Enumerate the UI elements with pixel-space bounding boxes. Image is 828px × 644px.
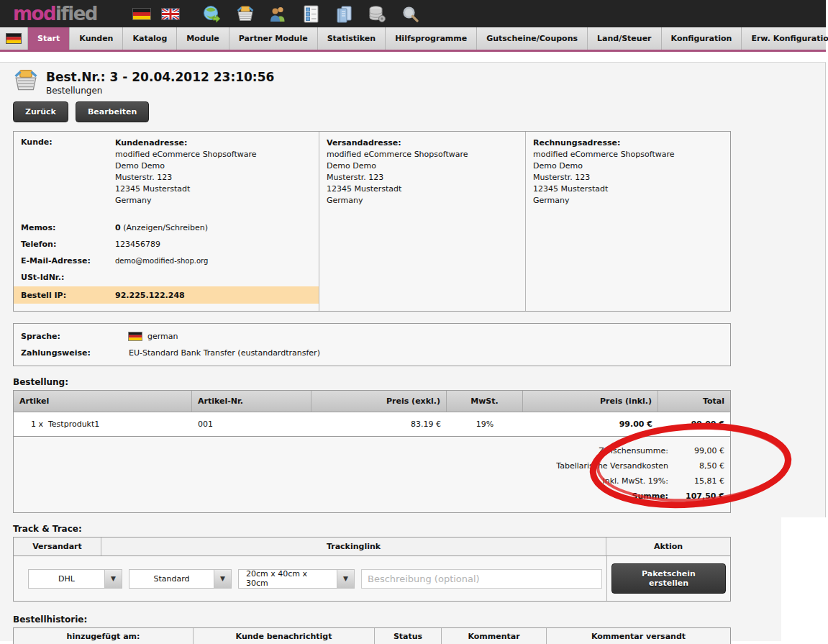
- page-title: Best.Nr.: 3 - 20.04.2012 23:10:56: [46, 70, 274, 84]
- vat-line: inkl. MwSt. 19%: 15,81 €: [19, 473, 724, 489]
- tab-module[interactable]: Module: [177, 27, 229, 50]
- col-trackinglink: Trackinglink: [101, 538, 606, 555]
- tab-label: Katalog: [132, 34, 167, 43]
- email-value[interactable]: demo@modified-shop.org: [115, 257, 208, 265]
- col-kommentar-versandt: Kommentar versandt: [547, 628, 730, 644]
- service-level-select[interactable]: Standard ▼: [129, 569, 232, 589]
- create-shipping-label-button[interactable]: Paketschein erstellen: [611, 563, 726, 594]
- customer-address-title: Kundenadresse:: [115, 137, 257, 149]
- address-line: Musterstr. 123: [327, 172, 518, 183]
- main-navigation: Start Kunden Katalog Module Partner Modu…: [0, 27, 826, 52]
- telefon-label: Telefon:: [21, 240, 115, 249]
- order-totals: Zwischensumme: 99,00 € Tabellarische Ver…: [14, 436, 730, 512]
- screenshot-white-patch: [781, 517, 828, 644]
- order-detail-screen: modified: [0, 0, 828, 644]
- language-label: Sprache:: [21, 332, 129, 341]
- address-line: modified eCommerce Shopsoftware: [327, 149, 518, 160]
- payment-value: EU-Standard Bank Transfer (eustandardtra…: [129, 348, 320, 358]
- tab-kunden[interactable]: Kunden: [70, 27, 123, 50]
- search-icon[interactable]: [401, 4, 421, 24]
- uk-flag-icon[interactable]: [160, 4, 181, 24]
- shipping-cost-line: Tabellarische Versandkosten 8,50 €: [19, 458, 724, 473]
- memos-link[interactable]: (Anzeigen/Schreiben): [123, 223, 208, 232]
- tracking-description-input[interactable]: [361, 569, 602, 589]
- tab-label: Statistiken: [327, 34, 376, 43]
- tab-katalog[interactable]: Katalog: [123, 27, 177, 50]
- tab-label: Hilfsprogramme: [395, 34, 467, 43]
- language-row: Sprache: german: [21, 328, 723, 345]
- tab-label: Partner Module: [239, 34, 308, 43]
- tab-konfiguration[interactable]: Konfiguration: [662, 27, 742, 50]
- globe-icon[interactable]: [202, 4, 222, 24]
- tab-hilfsprogramme[interactable]: Hilfsprogramme: [386, 27, 477, 50]
- vat-value: 15,81 €: [668, 473, 724, 489]
- modules-icon[interactable]: [301, 4, 322, 24]
- address-line: 12345 Musterstadt: [115, 183, 257, 195]
- tracking-table-header: Versandart Trackinglink Aktion: [14, 538, 730, 556]
- address-line: 12345 Musterstadt: [533, 183, 723, 195]
- payment-row: Zahlungsweise: EU-Standard Bank Transfer…: [21, 345, 723, 361]
- item-name: 1 x Testprodukt1: [14, 412, 192, 436]
- customer-panel: Kunde: Kundenadresse: modified eCommerce…: [13, 131, 731, 312]
- modified-logo[interactable]: modified: [13, 0, 97, 27]
- tab-label: Start: [37, 34, 60, 43]
- tab-statistiken[interactable]: Statistiken: [318, 27, 386, 50]
- tab-erw-konfiguration[interactable]: Erw. Konfiguration: [742, 27, 828, 50]
- telefon-value: 123456789: [115, 240, 160, 249]
- address-line: Germany: [327, 195, 518, 207]
- language-value: german: [147, 332, 178, 341]
- history-section-heading: Bestellhistorie:: [13, 614, 825, 625]
- tab-land-steuer[interactable]: Land/Steuer: [588, 27, 662, 50]
- nav-divider: [0, 52, 826, 63]
- edit-button[interactable]: Bearbeiten: [76, 101, 149, 122]
- address-line: Germany: [115, 195, 257, 207]
- logo-prefix: mod: [13, 3, 55, 24]
- address-line: Musterstr. 123: [115, 172, 257, 183]
- basket-icon[interactable]: [235, 4, 255, 24]
- order-ip-row: Bestell IP: 92.225.122.248: [14, 286, 319, 304]
- nav-flag-tab[interactable]: [0, 27, 28, 50]
- docs-icon[interactable]: [335, 4, 355, 24]
- col-artikel: Artikel: [14, 391, 192, 412]
- address-line: Musterstr. 123: [533, 172, 723, 183]
- subtotal-label: Zwischensumme:: [599, 443, 668, 458]
- shipping-method-value: DHL: [29, 570, 104, 588]
- memos-row: Memos: 0 (Anzeigen/Schreiben): [21, 219, 311, 236]
- database-icon[interactable]: [368, 4, 388, 24]
- address-line: Demo Demo: [533, 160, 723, 172]
- ustid-label: USt-IdNr.:: [21, 273, 115, 282]
- address-line: Demo Demo: [115, 160, 257, 172]
- chevron-down-icon: ▼: [104, 570, 122, 588]
- logo-suffix: ified: [55, 3, 97, 24]
- col-customer-notified: Kunde benachrichtigt: [194, 628, 375, 644]
- col-preis-inkl: Preis (inkl.): [523, 391, 658, 412]
- col-preis-exkl: Preis (exkl.): [311, 391, 447, 412]
- memos-count: 0: [115, 223, 121, 232]
- telefon-row: Telefon: 123456789: [21, 236, 311, 253]
- package-size-select[interactable]: 20cm x 40cm x 30cm ▼: [238, 569, 355, 589]
- subtotal-line: Zwischensumme: 99,00 €: [19, 443, 724, 458]
- customers-icon[interactable]: [268, 4, 288, 24]
- tab-label: Kunden: [79, 34, 113, 43]
- back-button[interactable]: Zurück: [13, 101, 68, 122]
- item-vat: 19%: [447, 412, 523, 436]
- shipping-method-select[interactable]: DHL ▼: [28, 569, 122, 589]
- tracking-table: Versandart Trackinglink Aktion DHL ▼ Sta…: [13, 537, 731, 602]
- col-mwst: MwSt.: [447, 391, 523, 412]
- address-line: modified eCommerce Shopsoftware: [115, 149, 257, 160]
- address-line: 12345 Musterstadt: [327, 183, 518, 195]
- language-payment-panel: Sprache: german Zahlungsweise: EU-Standa…: [13, 323, 731, 366]
- tab-partner-module[interactable]: Partner Module: [229, 27, 318, 50]
- action-buttons: Zurück Bearbeiten: [13, 101, 825, 122]
- email-label: E-Mail-Adresse:: [21, 256, 115, 266]
- grand-total-line: Summe: 107,50 €: [19, 489, 724, 504]
- grand-total-value: 107,50 €: [668, 489, 724, 504]
- col-artikel-nr: Artikel-Nr.: [192, 391, 311, 412]
- tab-start[interactable]: Start: [28, 27, 70, 50]
- item-price-excl: 83.19 €: [311, 412, 447, 436]
- order-items-table: Artikel Artikel-Nr. Preis (exkl.) MwSt. …: [13, 390, 731, 513]
- tab-gutscheine-coupons[interactable]: Gutscheine/Coupons: [477, 27, 588, 50]
- german-flag-icon[interactable]: [132, 4, 152, 24]
- address-line: modified eCommerce Shopsoftware: [533, 149, 723, 160]
- col-kommentar: Kommentar: [442, 628, 547, 644]
